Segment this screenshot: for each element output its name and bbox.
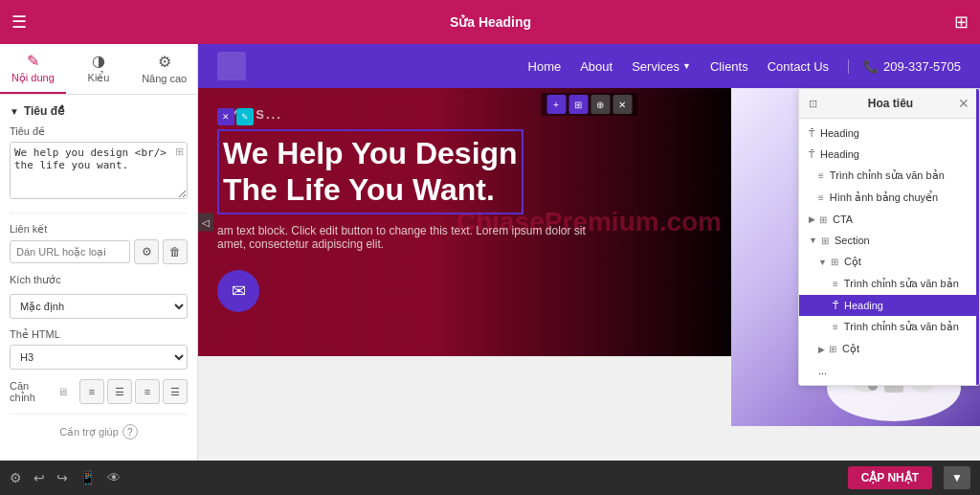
tree-heading-active-icon: T̄ [833, 301, 838, 311]
tree-more-label: ... [818, 365, 827, 376]
right-panel-items: T̄ Heading T̄ Heading ≡ Trình chỉnh sửa … [799, 119, 979, 385]
align-justify-btn[interactable]: ☰ [163, 379, 188, 404]
gear-icon: ⚙ [158, 53, 171, 71]
help-row[interactable]: Cần trợ giúp ? [10, 424, 188, 439]
nav-home[interactable]: Home [528, 59, 562, 74]
hero-heading-line1: We Help You Design [223, 135, 518, 171]
tree-item-more[interactable]: ... [799, 360, 979, 381]
tree-cta-label: CTA [833, 214, 853, 225]
close-icon[interactable]: ✕ [958, 96, 969, 111]
tree-item-heading2[interactable]: T̄ Heading [799, 144, 979, 165]
tab-kieu-label: Kiểu [88, 72, 110, 84]
kich-thuoc-label: Kích thước [10, 274, 61, 286]
section-add-btn[interactable]: + [546, 95, 566, 114]
tree-heading1-label: Heading [820, 127, 859, 139]
undo-icon[interactable]: ↩ [33, 470, 45, 485]
left-handle: ◁ [198, 214, 213, 232]
arrow-icon: ▼ [10, 106, 19, 117]
nav-about[interactable]: About [580, 59, 612, 74]
tree-item-cot1[interactable]: ▼ ⊞ Cột [799, 251, 979, 273]
tree-cta-expand: ▶ [809, 214, 815, 224]
textarea-expand-icon[interactable]: ⊞ [175, 146, 184, 158]
hero-heading: We Help You Design The Life You Want. [223, 135, 518, 209]
kich-thuoc-select[interactable]: Mặc định [10, 294, 188, 319]
tree-heading1-icon: T̄ [809, 128, 814, 139]
grid-icon[interactable]: ⊞ [954, 11, 969, 33]
heading-toolbar: ✕ ✎ [217, 108, 254, 125]
panel-header-icon: ⊡ [809, 98, 817, 110]
tree-item-trinh-chinh-3[interactable]: ≡ Trình chỉnh sửa văn bản [799, 316, 979, 338]
top-bar: ☰ Sửa Heading ⊞ [0, 0, 980, 44]
phone-icon: 📞 [863, 59, 879, 74]
tree-cot2-label: Cột [842, 343, 859, 355]
tree-item-section[interactable]: ▼ ⊞ Section [799, 230, 979, 251]
divider-2 [10, 414, 188, 415]
heading-active-box[interactable]: We Help You Design The Life You Want. [217, 129, 523, 214]
tab-noi-dung-label: Nội dung [11, 72, 55, 84]
the-html-select[interactable]: H3 [10, 345, 188, 370]
chevron-down-icon: ▼ [682, 61, 691, 71]
tree-trinh2-label: Trình chỉnh sửa văn bản [844, 278, 959, 290]
tree-hinh-label: Hình ảnh bảng chuyển [830, 191, 938, 204]
tree-heading2-icon: T̄ [809, 149, 814, 160]
tree-item-cta[interactable]: ▶ ⊞ CTA [799, 209, 979, 230]
lien-ket-input[interactable] [10, 240, 130, 263]
section-grid-btn[interactable]: ⊞ [568, 95, 588, 114]
tree-item-trinh-chinh-2[interactable]: ≡ Trình chỉnh sửa văn bản [799, 273, 979, 295]
tree-item-hinh-anh[interactable]: ≡ Hình ảnh bảng chuyển [799, 187, 979, 209]
delete-icon-btn[interactable]: 🗑 [163, 239, 188, 264]
tree-heading2-label: Heading [820, 148, 859, 160]
tree-item-cot2[interactable]: ▶ ⊞ Cột [799, 338, 979, 360]
nav-services[interactable]: Services ▼ [632, 59, 691, 74]
mobile-icon[interactable]: 📱 [79, 470, 96, 485]
can-chinh-label: Căn chỉnh [10, 380, 48, 404]
update-dropdown-btn[interactable]: ▼ [944, 466, 970, 489]
tree-item-heading-active[interactable]: T̄ Heading [799, 295, 979, 316]
left-panel: ✎ Nội dung ◑ Kiểu ⚙ Nâng cao ▼ Tiêu đề T… [0, 44, 198, 461]
align-left-btn[interactable]: ≡ [79, 379, 104, 404]
heading-edit-btn[interactable]: ✎ [236, 108, 254, 125]
nav-clients[interactable]: Clients [710, 59, 748, 74]
tab-nang-cao-label: Nâng cao [142, 73, 187, 84]
tree-item-trinh-chinh-1[interactable]: ≡ Trình chỉnh sửa văn bản [799, 165, 979, 187]
right-panel-header: ⊡ Hoa tiêu ✕ [799, 89, 979, 119]
tieu-de-label: Tiêu đề [10, 125, 188, 138]
tieu-de-field: Tiêu đề We help you design <br/> the lif… [10, 125, 188, 203]
left-handle-btn[interactable]: ◁ [198, 214, 213, 232]
nav-contact[interactable]: Contact Us [768, 59, 829, 74]
section-top-controls: + ⊞ ⊕ ✕ [541, 93, 637, 116]
settings-icon[interactable]: ⚙ [10, 470, 22, 485]
update-button[interactable]: CẬP NHẬT [848, 466, 932, 489]
tree-section-expand: ▼ [809, 236, 817, 245]
right-panel-title: Hoa tiêu [868, 97, 913, 110]
tree-trinh2-icon: ≡ [833, 279, 838, 289]
section-drag-btn[interactable]: ⊕ [590, 95, 610, 114]
tree-cot1-expand: ▼ [818, 258, 827, 267]
nav-logo [217, 52, 246, 80]
eye-icon[interactable]: 👁 [107, 470, 121, 485]
menu-icon[interactable]: ☰ [11, 11, 27, 33]
panel-tabs: ✎ Nội dung ◑ Kiểu ⚙ Nâng cao [0, 44, 197, 95]
bottom-bar: ⚙ ↩ ↪ 📱 👁 CẬP NHẬT ▼ [0, 461, 980, 495]
monitor-icon: 🖥 [57, 386, 68, 397]
cta-button[interactable]: ✉ [217, 270, 259, 312]
tab-nang-cao[interactable]: ⚙ Nâng cao [131, 44, 197, 94]
tab-noi-dung[interactable]: ✎ Nội dung [0, 44, 66, 94]
edit-icon: ✎ [27, 52, 39, 70]
tree-cot2-icon: ⊞ [829, 344, 836, 354]
the-html-label: Thẻ HTML [10, 328, 188, 341]
tieu-de-textarea-wrap: We help you design <br/> the life you wa… [10, 142, 188, 203]
tieu-de-textarea[interactable]: We help you design <br/> the life you wa… [10, 142, 188, 199]
align-center-btn[interactable]: ☰ [107, 379, 132, 404]
heading-delete-btn[interactable]: ✕ [217, 108, 234, 125]
section-delete-btn[interactable]: ✕ [612, 95, 632, 114]
align-right-btn[interactable]: ≡ [135, 379, 160, 404]
right-panel: ⊡ Hoa tiêu ✕ T̄ Heading T̄ Heading ≡ [798, 88, 980, 386]
tab-kieu[interactable]: ◑ Kiểu [66, 44, 132, 94]
nav-links: Home About Services ▼ Clients Contact Us… [528, 59, 961, 74]
style-icon: ◑ [92, 52, 105, 70]
settings-icon-btn[interactable]: ⚙ [134, 239, 159, 264]
tree-item-heading1[interactable]: T̄ Heading [799, 123, 979, 144]
kich-thuoc-label-row: Kích thước [10, 274, 188, 290]
redo-icon[interactable]: ↪ [56, 470, 68, 485]
